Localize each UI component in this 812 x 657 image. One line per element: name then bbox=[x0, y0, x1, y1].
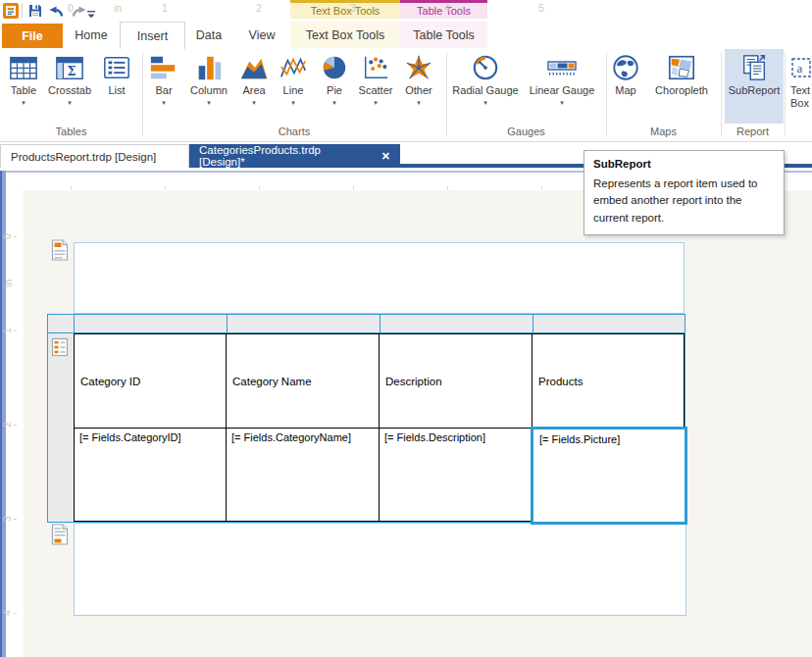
ribbon-item-pie[interactable]: Pie ▾ bbox=[317, 51, 352, 124]
ribbon-item-linear-gauge[interactable]: Linear Gauge ▾ bbox=[520, 51, 604, 124]
chevron-down-icon[interactable]: ▾ bbox=[374, 99, 378, 107]
tab-textbox-tools[interactable]: Text Box Tools bbox=[290, 22, 400, 48]
ribbon-item-crosstab[interactable]: Σ Crosstab ▾ bbox=[44, 51, 95, 124]
chevron-down-icon[interactable]: ▾ bbox=[68, 99, 72, 107]
ruler-tick bbox=[14, 330, 17, 331]
undo-icon[interactable] bbox=[48, 4, 66, 23]
close-icon[interactable]: ✕ bbox=[381, 150, 390, 163]
chevron-down-icon[interactable]: ▾ bbox=[560, 99, 564, 107]
header-text: Category ID bbox=[80, 376, 140, 387]
column-handle[interactable] bbox=[533, 314, 685, 333]
chevron-down-icon[interactable]: ▾ bbox=[207, 99, 211, 107]
doc-tab-categoriesproducts[interactable]: CategoriesProducts.trdp [Design]* ✕ bbox=[189, 144, 400, 168]
page-footer-section[interactable] bbox=[74, 523, 686, 616]
doc-tab-productsreport[interactable]: ProductsReport.trdp [Design] bbox=[0, 144, 189, 168]
table-cell-detail[interactable]: [= Fields.Description] bbox=[380, 429, 533, 522]
qat-separator bbox=[22, 3, 23, 18]
ribbon-item-radial-gauge[interactable]: Radial Gauge ▾ bbox=[447, 51, 524, 124]
ruler-tick bbox=[541, 186, 542, 189]
group-label-maps: Maps bbox=[606, 125, 721, 138]
ribbon-item-label: SubReport bbox=[729, 84, 781, 97]
app-logo-icon bbox=[3, 3, 19, 23]
field-expression: [= Fields.Description] bbox=[384, 431, 485, 443]
group-label-tables: Tables bbox=[0, 125, 142, 138]
column-handle[interactable] bbox=[380, 314, 533, 333]
list-icon bbox=[102, 51, 131, 84]
tooltip-title: SubReport bbox=[593, 158, 774, 170]
tab-data[interactable]: Data bbox=[183, 22, 234, 48]
field-expression: [= Fields.CategoryID] bbox=[79, 431, 181, 443]
page-header-section[interactable] bbox=[74, 242, 685, 314]
column-handle[interactable] bbox=[227, 314, 381, 333]
ribbon-item-subreport[interactable]: SubReport bbox=[725, 49, 784, 124]
svg-text:Σ: Σ bbox=[67, 64, 76, 78]
tab-insert[interactable]: Insert bbox=[120, 22, 185, 49]
table-border-right bbox=[685, 314, 685, 429]
chevron-down-icon[interactable]: ▾ bbox=[332, 99, 336, 107]
field-expression: [= Fields.CategoryName] bbox=[231, 431, 351, 443]
tab-table-tools[interactable]: Table Tools bbox=[400, 22, 487, 48]
ruler-tick bbox=[14, 236, 17, 237]
ruler-mark: in bbox=[2, 279, 14, 287]
ruler-mark: 2 bbox=[1, 422, 13, 428]
ribbon-item-textbox[interactable]: a Text Box bbox=[790, 51, 812, 124]
save-icon[interactable] bbox=[27, 3, 43, 23]
page-header-icon[interactable] bbox=[51, 239, 69, 265]
header-text: Description bbox=[385, 376, 442, 387]
area-chart-icon bbox=[239, 51, 269, 84]
tab-label: File bbox=[22, 29, 43, 43]
tab-view[interactable]: View bbox=[234, 22, 289, 48]
column-handle[interactable] bbox=[74, 314, 228, 333]
header-text: Category Name bbox=[232, 376, 312, 387]
ribbon-item-area[interactable]: Area ▾ bbox=[234, 51, 274, 124]
tab-label: Table Tools bbox=[413, 28, 474, 42]
scatter-chart-icon bbox=[361, 51, 390, 84]
tab-label: Home bbox=[75, 28, 107, 42]
row-handle[interactable] bbox=[47, 332, 75, 523]
ruler-mark: 5 bbox=[538, 2, 544, 14]
tab-file[interactable]: File bbox=[2, 24, 63, 48]
chevron-down-icon[interactable]: ▾ bbox=[22, 99, 25, 107]
ribbon-item-label: Scatter bbox=[359, 84, 393, 97]
ribbon-item-column[interactable]: Column ▾ bbox=[184, 51, 233, 124]
globe-icon bbox=[611, 51, 640, 84]
page-footer-icon[interactable] bbox=[51, 524, 69, 549]
ribbon-item-list[interactable]: List bbox=[97, 51, 136, 124]
ribbon-item-map[interactable]: Map bbox=[604, 51, 647, 124]
chevron-down-icon[interactable]: ▾ bbox=[483, 99, 487, 107]
table-handle-icon[interactable] bbox=[51, 337, 69, 361]
table-cell-header[interactable]: Products bbox=[533, 333, 685, 429]
subreport-icon bbox=[739, 51, 769, 84]
ribbon-item-other[interactable]: Other ▾ bbox=[397, 51, 440, 124]
table-corner-handle[interactable] bbox=[47, 314, 75, 333]
field-expression: [= Fields.Picture] bbox=[539, 433, 620, 445]
ribbon-item-choropleth[interactable]: Choropleth bbox=[644, 51, 719, 124]
ribbon-item-label: Choropleth bbox=[655, 84, 708, 97]
chevron-down-icon[interactable]: ▾ bbox=[162, 99, 166, 107]
ruler-tick bbox=[165, 186, 166, 189]
textbox-icon: a bbox=[790, 51, 812, 84]
ribbon-item-scatter[interactable]: Scatter ▾ bbox=[351, 51, 400, 124]
table-cell-header[interactable]: Category ID bbox=[74, 333, 227, 429]
ruler-mark: 0 bbox=[1, 233, 13, 239]
table-cell-header[interactable]: Description bbox=[380, 333, 533, 429]
line-chart-icon bbox=[279, 51, 308, 84]
chevron-down-icon[interactable]: ▾ bbox=[291, 99, 295, 107]
contextual-header-label: Text Box Tools bbox=[311, 5, 381, 17]
table-cell-detail[interactable]: [= Fields.CategoryID] bbox=[74, 429, 227, 522]
table-cell-header[interactable]: Category Name bbox=[227, 333, 380, 429]
linear-gauge-icon bbox=[545, 51, 579, 84]
tab-home[interactable]: Home bbox=[63, 22, 120, 48]
ribbon-bottom-border bbox=[0, 141, 812, 142]
ribbon-item-line[interactable]: Line ▾ bbox=[274, 51, 313, 124]
ribbon-item-bar[interactable]: Bar ▾ bbox=[144, 51, 183, 124]
doc-tab-label: CategoriesProducts.trdp [Design]* bbox=[199, 144, 370, 168]
chevron-down-icon[interactable]: ▾ bbox=[252, 99, 256, 107]
chevron-down-icon[interactable]: ▾ bbox=[417, 99, 421, 107]
table-cell-detail-selected[interactable]: [= Fields.Picture] bbox=[531, 427, 687, 525]
table-cell-detail[interactable]: [= Fields.CategoryName] bbox=[227, 429, 380, 522]
tab-label: Insert bbox=[137, 29, 168, 43]
ruler-mark: 2 bbox=[256, 2, 262, 14]
tooltip-body: Represents a report item used to embed a… bbox=[593, 176, 774, 227]
ribbon-item-table[interactable]: Table ▾ bbox=[2, 51, 45, 124]
